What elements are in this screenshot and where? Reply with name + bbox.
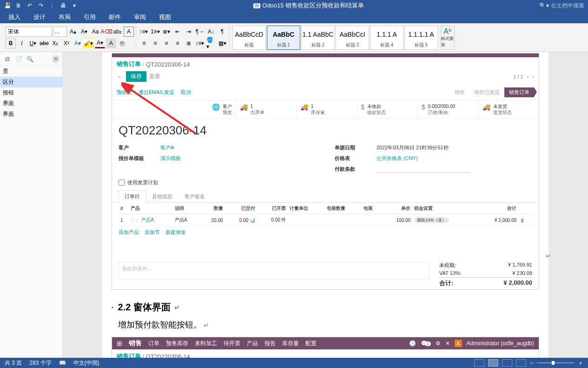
pager-prev-icon[interactable]: ‹	[527, 74, 529, 80]
style-标题 2[interactable]: 1.1 AaBbC标题 2	[301, 26, 335, 50]
redo-icon[interactable]: ↷	[37, 2, 45, 9]
close-icon[interactable]: ✕	[445, 340, 450, 347]
menu-插入[interactable]: 插入	[2, 11, 27, 23]
smart-button[interactable]: 🚚未发货发货状态	[478, 100, 539, 118]
nav-item[interactable]: 界面	[0, 109, 62, 120]
undo-icon[interactable]: ↶	[26, 2, 33, 9]
outline-icon[interactable]	[516, 359, 526, 367]
cancel-button[interactable]: 取消	[181, 89, 191, 96]
top-menu-报告[interactable]: 报告	[264, 340, 276, 348]
show-marks-icon[interactable]: ¶	[217, 27, 227, 37]
invoice-plan-checkbox[interactable]: 使用发票计划	[112, 177, 539, 188]
strike-icon[interactable]: abc	[39, 38, 49, 48]
status-step[interactable]: 报价已发送	[469, 87, 504, 97]
style-标题 5[interactable]: 1.1.1.1 A标题 5	[404, 26, 438, 50]
phonetic-icon[interactable]: ab₂	[112, 27, 123, 37]
superscript-icon[interactable]: X²	[61, 38, 72, 48]
align-right-icon[interactable]: ≡	[161, 38, 172, 48]
back-arrow-icon[interactable]: ←	[117, 73, 123, 80]
top-menu-产品[interactable]: 产品	[247, 340, 258, 348]
font-name-select[interactable]	[6, 27, 52, 37]
font-color-icon[interactable]: A▾	[95, 38, 105, 48]
grow-font-icon[interactable]: A▴	[68, 27, 78, 37]
shrink-font-icon[interactable]: A▾	[79, 27, 89, 37]
char-shading-icon[interactable]: A	[106, 38, 116, 48]
smart-button[interactable]: $0.00/2000.00已收/剩余	[417, 100, 478, 118]
text-effects-icon[interactable]: A▾	[73, 38, 83, 48]
align-left-icon[interactable]: ≡	[139, 38, 149, 48]
top-menu-待开票[interactable]: 待开票	[224, 340, 240, 348]
char-border-icon[interactable]: A	[124, 27, 134, 37]
nav-item[interactable]: 界面	[0, 98, 62, 109]
nav-item[interactable]: 按钮	[0, 87, 62, 98]
menu-视图[interactable]: 视图	[152, 11, 178, 23]
clear-format-icon[interactable]: A⌫	[101, 27, 112, 37]
font-size-select[interactable]	[53, 27, 67, 37]
top-menu-预售库存[interactable]: 预售库存	[166, 340, 188, 348]
line-spacing-icon[interactable]: ↕≡▾	[195, 38, 205, 48]
style-pane-button[interactable]: Aᵇ 样式窗格	[441, 26, 455, 50]
smart-button[interactable]: $未收款收款状态	[357, 100, 417, 118]
read-mode-icon[interactable]	[474, 359, 484, 367]
chat-icon[interactable]: 💬1	[421, 340, 431, 347]
tab-订单行[interactable]: 订单行	[119, 190, 146, 203]
page-count[interactable]: 共 3 页	[5, 359, 22, 367]
table-row[interactable]: 1 ⋮⋮ 产品A 产品A 20.00 0.00 📊 0.00 件 100.00 …	[119, 214, 532, 226]
style-标题[interactable]: AaBbCcD标题	[232, 26, 266, 50]
breadcrumb-root[interactable]: 销售订单	[117, 352, 141, 358]
send-email-button[interactable]: 通过EMAIL发送	[139, 89, 174, 96]
app-name[interactable]: 销售	[129, 339, 142, 348]
top-menu-来料加工[interactable]: 来料加工	[195, 340, 217, 348]
nav-item[interactable]: 区分	[0, 77, 62, 87]
tab-其他信息[interactable]: 其他信息	[146, 190, 178, 203]
bullets-icon[interactable]: ⁝≡▾	[139, 27, 149, 37]
add-link[interactable]: 添加节	[145, 229, 160, 236]
menu-引用[interactable]: 引用	[77, 11, 102, 23]
add-link[interactable]: 添加产品	[119, 229, 139, 236]
zoom-out-icon[interactable]: −	[530, 360, 533, 366]
prepay-button[interactable]: 预收款	[117, 89, 132, 96]
menu-审阅[interactable]: 审阅	[127, 11, 152, 23]
top-menu-库存量[interactable]: 库存量	[282, 340, 299, 348]
justify-icon[interactable]: ≡	[172, 38, 183, 48]
distribute-icon[interactable]: ≣	[184, 38, 194, 48]
style-标题 3[interactable]: AaBbCcI标题 3	[336, 26, 369, 50]
qat-more-icon[interactable]: ▾	[71, 2, 78, 9]
web-layout-icon[interactable]	[502, 359, 512, 367]
add-link[interactable]: 新建便签	[165, 229, 186, 236]
align-center-icon[interactable]: ≡	[150, 38, 160, 48]
apps-icon[interactable]: ⊞	[117, 340, 122, 347]
menu-邮件[interactable]: 邮件	[102, 11, 127, 23]
save-as-icon[interactable]: 🗎	[15, 2, 22, 9]
ltr-icon[interactable]: ¶→	[195, 27, 205, 37]
language[interactable]: 中文(中国)	[73, 359, 99, 367]
sort-icon[interactable]: A↓	[206, 27, 216, 37]
word-count[interactable]: 283 个字	[29, 359, 51, 367]
zoom-in-icon[interactable]: ＋	[578, 359, 583, 367]
breadcrumb-root[interactable]: 销售订单	[117, 60, 141, 68]
nav-close-icon[interactable]: ✕	[52, 55, 59, 63]
settings-icon[interactable]: ⚙	[436, 340, 441, 347]
indent-left-icon[interactable]: ⇤	[172, 27, 183, 37]
menu-设计[interactable]: 设计	[27, 11, 52, 23]
smart-button[interactable]: 🚚1库存量	[296, 100, 357, 118]
enclose-icon[interactable]: ㊥	[117, 38, 127, 48]
zoom-slider[interactable]	[537, 362, 574, 363]
search-box[interactable]: 🔍▾ 在文档中搜索	[539, 2, 584, 10]
underline-icon[interactable]: U▾	[28, 38, 38, 48]
smart-button[interactable]: 🌐客户预览	[112, 100, 236, 118]
activity-icon[interactable]: 🕓	[409, 340, 416, 347]
change-case-icon[interactable]: Aa	[90, 27, 100, 37]
nav-item[interactable]: 景	[0, 66, 62, 77]
style-标题 1[interactable]: AaBbC标题 1	[267, 26, 300, 50]
tab-客户签名[interactable]: 客户签名	[178, 190, 211, 203]
delete-line-icon[interactable]: 🗑	[518, 214, 532, 226]
document-area[interactable]: 销售订单 / QT20220306-14 ← 保存 丢弃 1 / 1 ‹ ›	[63, 52, 588, 358]
top-menu-订单[interactable]: 订单	[148, 340, 159, 348]
indent-right-icon[interactable]: ⇥	[184, 27, 194, 37]
subscript-icon[interactable]: X₂	[50, 38, 60, 48]
nav-search-icon[interactable]: 🔍	[25, 54, 34, 64]
print-layout-icon[interactable]	[488, 359, 498, 367]
status-step[interactable]: 销售订单	[504, 87, 534, 97]
highlight-icon[interactable]: 🖊▾	[84, 38, 94, 48]
